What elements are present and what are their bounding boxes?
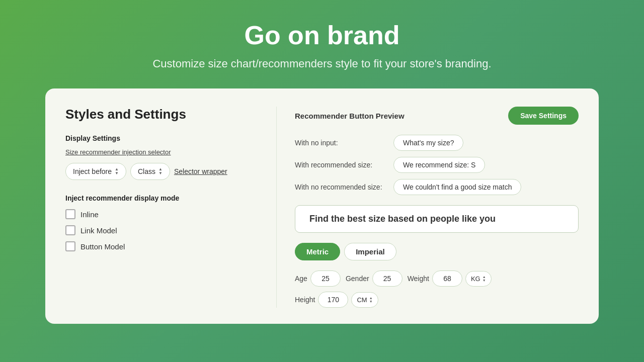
height-input[interactable] bbox=[318, 292, 348, 308]
height-group: Height CM ▲▼ bbox=[295, 292, 378, 308]
age-group: Age bbox=[295, 270, 341, 287]
height-unit-arrows-icon: ▲▼ bbox=[369, 296, 373, 303]
selector-row: Inject before ▲▼ Class ▲▼ Selector wrapp… bbox=[65, 163, 258, 180]
preview-row-1: With recommended size: We recommend size… bbox=[295, 157, 579, 173]
checkbox-buttonmodel[interactable] bbox=[65, 241, 75, 251]
checkbox-linkmodel[interactable] bbox=[65, 225, 75, 235]
preview-row-0: With no input: What's my size? bbox=[295, 135, 579, 151]
gender-group: Gender bbox=[346, 270, 403, 287]
selector-wrapper-btn[interactable]: Selector wrapper bbox=[174, 163, 227, 179]
injection-selector-link[interactable]: Size recommender injection selector bbox=[65, 148, 258, 156]
preview-label: Recommender Button Preview bbox=[295, 112, 405, 120]
weight-label: Weight bbox=[408, 275, 429, 283]
preview-row-2-label: With no recommended size: bbox=[295, 183, 385, 191]
checkbox-inline[interactable] bbox=[65, 209, 75, 219]
right-panel: Recommender Button Preview Save Settings… bbox=[277, 107, 579, 308]
checkbox-linkmodel-row: Link Model bbox=[65, 225, 258, 235]
gender-label: Gender bbox=[346, 275, 369, 283]
gender-input[interactable] bbox=[372, 270, 403, 287]
inject-mode-label: Inject recommender display mode bbox=[65, 194, 258, 202]
preview-row-2: With no recommended size: We couldn't fi… bbox=[295, 179, 579, 195]
preview-rows: With no input: What's my size? With reco… bbox=[295, 135, 579, 195]
inject-arrows-icon: ▲▼ bbox=[115, 167, 119, 175]
display-settings-label: Display Settings bbox=[65, 134, 258, 142]
checkbox-linkmodel-label: Link Model bbox=[80, 226, 117, 235]
preview-pill-1: We recommend size: S bbox=[393, 157, 485, 173]
preview-row-0-label: With no input: bbox=[295, 139, 385, 147]
checkbox-inline-label: Inline bbox=[80, 210, 99, 219]
preview-pill-0: What's my size? bbox=[393, 135, 463, 151]
metric-button[interactable]: Metric bbox=[295, 243, 340, 260]
height-unit-dropdown[interactable]: CM ▲▼ bbox=[351, 292, 378, 308]
hero-title: Go on brand bbox=[244, 20, 399, 50]
imperial-button[interactable]: Imperial bbox=[344, 243, 396, 260]
checkbox-inline-row: Inline bbox=[65, 209, 258, 219]
height-label: Height bbox=[295, 296, 315, 304]
save-settings-button[interactable]: Save Settings bbox=[508, 107, 579, 125]
weight-unit-label: KG bbox=[471, 275, 480, 283]
left-panel: Styles and Settings Display Settings Siz… bbox=[65, 107, 277, 308]
class-dropdown[interactable]: Class ▲▼ bbox=[130, 163, 170, 180]
class-arrows-icon: ▲▼ bbox=[158, 167, 163, 175]
right-header: Recommender Button Preview Save Settings bbox=[295, 107, 579, 125]
checkbox-buttonmodel-label: Button Model bbox=[80, 242, 125, 251]
weight-input[interactable] bbox=[432, 270, 462, 287]
main-card: Styles and Settings Display Settings Siz… bbox=[45, 88, 599, 324]
preview-pill-2: We couldn't find a good size match bbox=[393, 179, 521, 195]
age-input[interactable] bbox=[310, 270, 341, 287]
inject-before-dropdown[interactable]: Inject before ▲▼ bbox=[65, 163, 126, 180]
weight-group: Weight KG ▲▼ bbox=[408, 270, 492, 287]
preview-row-1-label: With recommended size: bbox=[295, 161, 385, 169]
height-unit-label: CM bbox=[357, 296, 367, 304]
hero-subtitle: Customize size chart/recommenders style … bbox=[152, 57, 491, 70]
checkbox-buttonmodel-row: Button Model bbox=[65, 241, 258, 251]
banner-button[interactable]: Find the best size based on people like … bbox=[295, 205, 579, 233]
panel-title: Styles and Settings bbox=[65, 107, 258, 122]
weight-unit-dropdown[interactable]: KG ▲▼ bbox=[465, 271, 492, 287]
metric-toggle: Metric Imperial bbox=[295, 243, 579, 260]
measurement-row: Age Gender Weight KG ▲▼ Height CM bbox=[295, 270, 579, 308]
inject-mode-section: Inject recommender display mode Inline L… bbox=[65, 194, 258, 251]
age-label: Age bbox=[295, 275, 307, 283]
weight-unit-arrows-icon: ▲▼ bbox=[482, 275, 486, 282]
